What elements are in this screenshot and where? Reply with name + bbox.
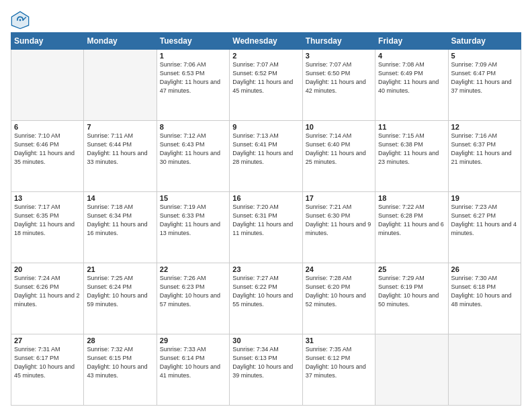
day-info: Sunrise: 7:13 AM Sunset: 6:41 PM Dayligh… [232, 132, 299, 167]
day-number: 23 [232, 265, 299, 273]
calendar-week-row: 1Sunrise: 7:06 AM Sunset: 6:53 PM Daylig… [11, 50, 521, 121]
day-info: Sunrise: 7:23 AM Sunset: 6:27 PM Dayligh… [451, 203, 518, 238]
calendar-cell: 2Sunrise: 7:07 AM Sunset: 6:52 PM Daylig… [230, 50, 302, 121]
calendar-cell: 12Sunrise: 7:16 AM Sunset: 6:37 PM Dayli… [448, 121, 521, 192]
day-number: 19 [451, 194, 518, 202]
calendar-cell: 30Sunrise: 7:34 AM Sunset: 6:13 PM Dayli… [230, 334, 302, 406]
day-number: 17 [306, 194, 372, 202]
calendar-cell: 17Sunrise: 7:21 AM Sunset: 6:30 PM Dayli… [302, 192, 375, 263]
day-number: 9 [232, 123, 299, 131]
calendar-cell: 3Sunrise: 7:07 AM Sunset: 6:50 PM Daylig… [302, 50, 375, 121]
day-number: 27 [14, 336, 81, 345]
calendar-weekday-monday: Monday [84, 33, 157, 50]
day-number: 26 [451, 265, 518, 273]
day-number: 18 [378, 194, 445, 202]
logo [11, 11, 31, 30]
day-info: Sunrise: 7:07 AM Sunset: 6:52 PM Dayligh… [232, 60, 299, 95]
day-number: 1 [160, 52, 226, 60]
calendar-cell: 7Sunrise: 7:11 AM Sunset: 6:44 PM Daylig… [84, 121, 157, 192]
day-info: Sunrise: 7:18 AM Sunset: 6:34 PM Dayligh… [87, 203, 153, 238]
day-number: 13 [14, 194, 81, 202]
day-number: 21 [87, 265, 153, 273]
calendar-cell: 4Sunrise: 7:08 AM Sunset: 6:49 PM Daylig… [375, 50, 448, 121]
calendar-cell: 29Sunrise: 7:33 AM Sunset: 6:14 PM Dayli… [157, 334, 229, 406]
day-info: Sunrise: 7:15 AM Sunset: 6:38 PM Dayligh… [378, 132, 445, 167]
calendar-cell: 14Sunrise: 7:18 AM Sunset: 6:34 PM Dayli… [84, 192, 157, 263]
calendar-cell: 13Sunrise: 7:17 AM Sunset: 6:35 PM Dayli… [11, 192, 84, 263]
calendar-cell: 15Sunrise: 7:19 AM Sunset: 6:33 PM Dayli… [157, 192, 229, 263]
day-number: 28 [87, 336, 153, 345]
day-info: Sunrise: 7:11 AM Sunset: 6:44 PM Dayligh… [87, 132, 153, 167]
day-number: 5 [451, 52, 518, 60]
calendar-cell: 20Sunrise: 7:24 AM Sunset: 6:26 PM Dayli… [11, 263, 84, 334]
day-info: Sunrise: 7:30 AM Sunset: 6:18 PM Dayligh… [451, 274, 518, 309]
day-number: 6 [14, 123, 81, 131]
day-info: Sunrise: 7:31 AM Sunset: 6:17 PM Dayligh… [14, 345, 81, 380]
calendar-week-row: 20Sunrise: 7:24 AM Sunset: 6:26 PM Dayli… [11, 263, 521, 334]
calendar-cell: 25Sunrise: 7:29 AM Sunset: 6:19 PM Dayli… [375, 263, 448, 334]
day-info: Sunrise: 7:29 AM Sunset: 6:19 PM Dayligh… [378, 274, 445, 309]
day-number: 2 [232, 52, 299, 60]
calendar-cell: 28Sunrise: 7:32 AM Sunset: 6:15 PM Dayli… [84, 334, 157, 406]
day-info: Sunrise: 7:33 AM Sunset: 6:14 PM Dayligh… [160, 345, 226, 380]
calendar-weekday-wednesday: Wednesday [230, 33, 302, 50]
calendar-cell: 23Sunrise: 7:27 AM Sunset: 6:22 PM Dayli… [230, 263, 302, 334]
calendar-weekday-sunday: Sunday [11, 33, 84, 50]
calendar-cell: 5Sunrise: 7:09 AM Sunset: 6:47 PM Daylig… [448, 50, 521, 121]
svg-point-2 [19, 19, 21, 21]
day-number: 15 [160, 194, 226, 202]
page: SundayMondayTuesdayWednesdayThursdayFrid… [0, 0, 532, 411]
day-info: Sunrise: 7:22 AM Sunset: 6:28 PM Dayligh… [378, 203, 445, 238]
calendar-cell: 10Sunrise: 7:14 AM Sunset: 6:40 PM Dayli… [302, 121, 375, 192]
day-info: Sunrise: 7:26 AM Sunset: 6:23 PM Dayligh… [160, 274, 226, 309]
calendar-cell [448, 334, 521, 406]
day-info: Sunrise: 7:06 AM Sunset: 6:53 PM Dayligh… [160, 60, 226, 95]
calendar-cell: 8Sunrise: 7:12 AM Sunset: 6:43 PM Daylig… [157, 121, 229, 192]
calendar-cell: 16Sunrise: 7:20 AM Sunset: 6:31 PM Dayli… [230, 192, 302, 263]
calendar-cell [84, 50, 157, 121]
calendar-cell: 31Sunrise: 7:35 AM Sunset: 6:12 PM Dayli… [302, 334, 375, 406]
day-number: 30 [232, 336, 299, 345]
day-info: Sunrise: 7:25 AM Sunset: 6:24 PM Dayligh… [87, 274, 153, 309]
day-info: Sunrise: 7:32 AM Sunset: 6:15 PM Dayligh… [87, 345, 153, 380]
calendar-week-row: 6Sunrise: 7:10 AM Sunset: 6:46 PM Daylig… [11, 121, 521, 192]
day-number: 24 [306, 265, 372, 273]
calendar-week-row: 13Sunrise: 7:17 AM Sunset: 6:35 PM Dayli… [11, 192, 521, 263]
day-number: 11 [378, 123, 445, 131]
day-number: 22 [160, 265, 226, 273]
calendar-header-row: SundayMondayTuesdayWednesdayThursdayFrid… [11, 33, 521, 50]
day-info: Sunrise: 7:19 AM Sunset: 6:33 PM Dayligh… [160, 203, 226, 238]
calendar-weekday-thursday: Thursday [302, 33, 375, 50]
day-info: Sunrise: 7:12 AM Sunset: 6:43 PM Dayligh… [160, 132, 226, 167]
day-info: Sunrise: 7:10 AM Sunset: 6:46 PM Dayligh… [14, 132, 81, 167]
calendar-cell: 27Sunrise: 7:31 AM Sunset: 6:17 PM Dayli… [11, 334, 84, 406]
day-info: Sunrise: 7:28 AM Sunset: 6:20 PM Dayligh… [306, 274, 372, 309]
day-info: Sunrise: 7:08 AM Sunset: 6:49 PM Dayligh… [378, 60, 445, 95]
day-info: Sunrise: 7:20 AM Sunset: 6:31 PM Dayligh… [232, 203, 299, 238]
calendar-cell: 6Sunrise: 7:10 AM Sunset: 6:46 PM Daylig… [11, 121, 84, 192]
day-number: 7 [87, 123, 153, 131]
day-info: Sunrise: 7:34 AM Sunset: 6:13 PM Dayligh… [232, 345, 299, 380]
day-number: 29 [160, 336, 226, 345]
day-number: 3 [306, 52, 372, 60]
day-info: Sunrise: 7:07 AM Sunset: 6:50 PM Dayligh… [306, 60, 372, 95]
logo-icon [11, 11, 30, 30]
day-info: Sunrise: 7:21 AM Sunset: 6:30 PM Dayligh… [306, 203, 372, 238]
calendar-cell: 26Sunrise: 7:30 AM Sunset: 6:18 PM Dayli… [448, 263, 521, 334]
calendar-cell [11, 50, 84, 121]
day-number: 4 [378, 52, 445, 60]
calendar-cell: 24Sunrise: 7:28 AM Sunset: 6:20 PM Dayli… [302, 263, 375, 334]
day-info: Sunrise: 7:16 AM Sunset: 6:37 PM Dayligh… [451, 132, 518, 167]
header [11, 8, 521, 30]
day-number: 14 [87, 194, 153, 202]
day-info: Sunrise: 7:35 AM Sunset: 6:12 PM Dayligh… [306, 345, 372, 380]
calendar-cell: 21Sunrise: 7:25 AM Sunset: 6:24 PM Dayli… [84, 263, 157, 334]
day-number: 10 [306, 123, 372, 131]
day-info: Sunrise: 7:24 AM Sunset: 6:26 PM Dayligh… [14, 274, 81, 309]
day-number: 31 [306, 336, 372, 345]
day-info: Sunrise: 7:27 AM Sunset: 6:22 PM Dayligh… [232, 274, 299, 309]
calendar-weekday-saturday: Saturday [448, 33, 521, 50]
day-number: 16 [232, 194, 299, 202]
calendar-table: SundayMondayTuesdayWednesdayThursdayFrid… [11, 32, 521, 406]
day-number: 8 [160, 123, 226, 131]
